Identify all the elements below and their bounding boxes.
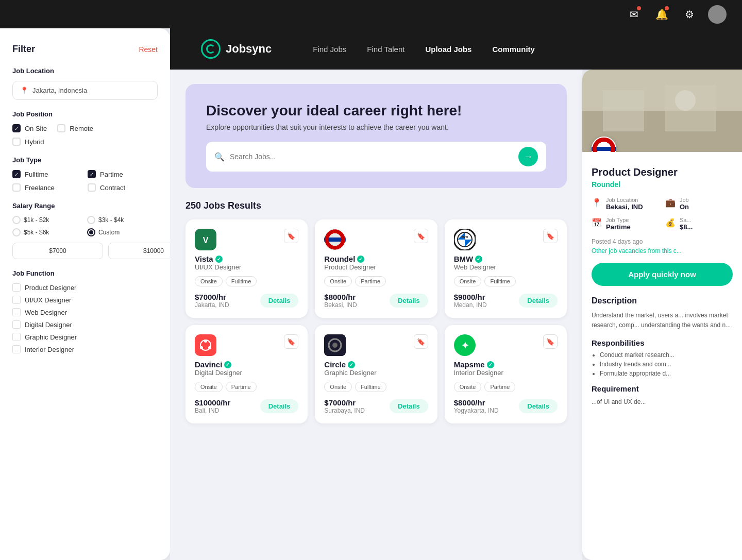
hybrid-option[interactable]: Hybrid [12, 138, 44, 146]
freelance-checkbox[interactable] [12, 183, 21, 192]
bookmark-circle[interactable]: 🔖 [414, 334, 428, 349]
rp-other-jobs[interactable]: Other job vacancies from this c... [592, 247, 733, 254]
salary-5k-6k[interactable]: $5k - $6k [12, 228, 83, 236]
bookmark-vista[interactable]: 🔖 [284, 229, 298, 243]
tag-onsite-roundel: Onsite [324, 276, 352, 286]
details-btn-roundel[interactable]: Details [390, 294, 428, 308]
message-badge [637, 6, 641, 10]
onsite-option[interactable]: On Site [12, 124, 47, 132]
contract-option[interactable]: Contract [88, 183, 158, 192]
jf-product-designer[interactable]: Product Designer [12, 283, 158, 292]
nav-find-jobs[interactable]: Find Jobs [313, 45, 346, 54]
salary-min-input[interactable] [12, 243, 103, 259]
job-function-section: Job Function Product Designer UI/UX Desi… [12, 269, 158, 353]
settings-icon[interactable]: ⚙ [680, 5, 699, 24]
jf-graphic-designer[interactable]: Graphic Designer [12, 333, 158, 341]
location-roundel: Bekasi, IND [324, 301, 357, 309]
nav-community[interactable]: Community [492, 45, 535, 54]
bookmark-roundel[interactable]: 🔖 [414, 229, 428, 243]
footer-davinci: $10000/hr Bali, IND Details [195, 398, 298, 414]
partime-checkbox[interactable] [88, 170, 96, 178]
footer-circle: $7000/hr Surabaya, IND Details [324, 398, 428, 414]
bookmark-mapsme[interactable]: 🔖 [543, 334, 558, 349]
search-input[interactable] [230, 152, 513, 161]
details-btn-vista[interactable]: Details [260, 294, 299, 308]
details-btn-davinci[interactable]: Details [260, 399, 299, 413]
apply-button[interactable]: Apply quickly now [592, 263, 733, 286]
davinci-logo [195, 334, 216, 356]
nav-find-talent[interactable]: Find Talent [367, 45, 404, 54]
location-bmw: Medan, IND [454, 301, 487, 309]
partime-option[interactable]: Partime [88, 170, 158, 178]
search-button[interactable]: → [518, 147, 538, 166]
rp-posted: Posted 4 days ago [592, 238, 733, 245]
fulltime-option[interactable]: Fulltime [12, 170, 82, 178]
logo-text: Jobsync [226, 42, 272, 56]
fulltime-checkbox[interactable] [12, 170, 21, 178]
salary-custom[interactable]: Custom [87, 228, 158, 236]
salary-3k-4k[interactable]: $3k - $4k [87, 216, 158, 224]
tag-partime-roundel: Partime [355, 276, 386, 286]
tag-onsite-circle: Onsite [324, 382, 352, 392]
search-bar: 🔍 → [206, 142, 546, 172]
details-btn-mapsme[interactable]: Details [519, 399, 558, 413]
hybrid-checkbox[interactable] [12, 138, 21, 146]
card-header-vista: V 🔖 [195, 229, 298, 250]
avatar[interactable] [708, 5, 727, 24]
job-location-section: Job Location 📍 Jakarta, Indonesia [12, 67, 158, 100]
nav-upload-jobs[interactable]: Upload Jobs [425, 45, 471, 54]
tag-partime-davinci: Partime [226, 382, 257, 392]
jf-uiux-designer[interactable]: UI/UX Designer [12, 296, 158, 304]
company-name-davinci: Davinci ✓ [195, 360, 298, 369]
hero-title: Discover your ideal career right here! [206, 103, 546, 119]
salary-custom-radio[interactable] [87, 228, 95, 236]
contract-checkbox[interactable] [88, 183, 96, 192]
salary-1k-radio[interactable] [12, 216, 21, 224]
footer-bmw: $9000/hr Medan, IND Details [454, 293, 558, 309]
bookmark-bmw[interactable]: 🔖 [543, 229, 558, 243]
job-card-mapsme: ✦ 🔖 Mapsme ✓ Interior Designer Onsite [445, 325, 567, 423]
tag-onsite-vista: Onsite [195, 276, 223, 286]
jf-digital-designer[interactable]: Digital Designer [12, 320, 158, 329]
remote-option[interactable]: Remote [57, 124, 93, 132]
salary-max-input[interactable] [108, 243, 170, 259]
jf-product-cb[interactable] [12, 283, 21, 292]
rp-job2-value: On [680, 203, 689, 211]
company-name-roundel: Roundel ✓ [324, 254, 428, 263]
salary-3k-radio[interactable] [87, 216, 95, 224]
salary-1k-2k[interactable]: $1k - $2k [12, 216, 83, 224]
message-icon[interactable]: ✉ [625, 5, 643, 24]
details-btn-circle[interactable]: Details [390, 399, 428, 413]
jf-uiux-cb[interactable] [12, 296, 21, 304]
contract-label: Contract [100, 184, 125, 192]
onsite-checkbox[interactable] [12, 124, 21, 132]
card-header-mapsme: ✦ 🔖 [454, 334, 558, 356]
details-btn-bmw[interactable]: Details [519, 294, 558, 308]
bookmark-davinci[interactable]: 🔖 [284, 334, 298, 349]
job-title-mapsme: Interior Designer [454, 369, 558, 377]
salary-vista: $7000/hr [195, 293, 229, 301]
jf-graphic-label: Graphic Designer [25, 333, 77, 341]
salary-5k-radio[interactable] [12, 228, 21, 236]
freelance-option[interactable]: Freelance [12, 183, 82, 192]
salary-range-inputs [12, 243, 158, 259]
rp-description-text: Understand the market, users a... involv… [592, 311, 733, 330]
company-name-bmw: BMW ✓ [454, 254, 558, 263]
jf-digital-cb[interactable] [12, 320, 21, 329]
remote-checkbox[interactable] [57, 124, 65, 132]
logo[interactable]: Jobsync [201, 39, 272, 59]
jf-interior-cb[interactable] [12, 345, 21, 353]
job-position-options: On Site Remote Hybrid [12, 124, 158, 146]
notification-icon[interactable]: 🔔 [652, 5, 671, 24]
jf-web-designer[interactable]: Web Designer [12, 308, 158, 316]
freelance-label: Freelance [25, 184, 55, 192]
location-input[interactable]: 📍 Jakarta, Indonesia [12, 81, 158, 100]
reset-button[interactable]: Reset [139, 45, 158, 54]
jf-graphic-cb[interactable] [12, 333, 21, 341]
job-title-circle: Graphic Designer [324, 369, 428, 377]
content-body: Discover your ideal career right here! E… [170, 70, 742, 560]
jf-web-cb[interactable] [12, 308, 21, 316]
jf-interior-designer[interactable]: Interior Designer [12, 345, 158, 353]
rp-location-value: Bekasi, IND [606, 203, 643, 211]
bmw-logo: BMW [454, 229, 476, 250]
